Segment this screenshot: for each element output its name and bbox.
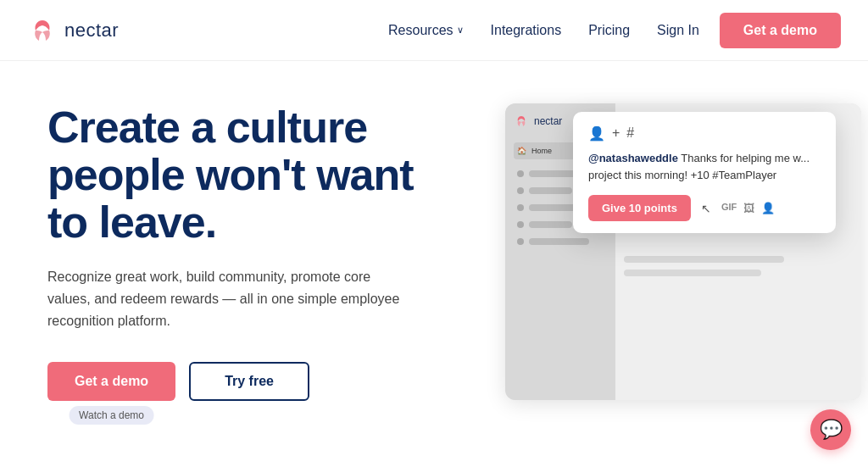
popup-icons-row: 👤 + # — [588, 125, 821, 142]
app-sidebar-nectar-icon — [514, 114, 529, 129]
cursor-icon: ↖ — [701, 202, 711, 215]
hero-buttons: Get a demo Watch a demo Try free — [47, 362, 454, 401]
give-points-button[interactable]: Give 10 points — [588, 195, 691, 221]
app-sidebar-item — [514, 234, 607, 249]
image-icon: 🖼 — [743, 202, 754, 214]
chat-icon: 💬 — [820, 419, 843, 441]
logo-text: nectar — [64, 19, 119, 42]
hero-subtext: Recognize great work, build community, p… — [47, 266, 403, 331]
nav-link-resources[interactable]: Resources ∨ — [388, 23, 463, 38]
person-icon: 👤 — [588, 125, 605, 142]
app-sidebar-logo-text: nectar — [534, 115, 562, 127]
nav-link-pricing[interactable]: Pricing — [588, 23, 630, 38]
hero-try-free-button[interactable]: Try free — [189, 362, 309, 401]
nav-link-integrations[interactable]: Integrations — [491, 23, 562, 38]
nav-get-demo-button[interactable]: Get a demo — [720, 13, 841, 48]
nectar-logo-icon — [27, 15, 58, 46]
chevron-down-icon: ∨ — [457, 25, 464, 36]
gif-icon: GIF — [721, 202, 737, 214]
main-content: Create a culture people won't want to le… — [0, 61, 868, 467]
popup-bottom-row: Give 10 points ↖ GIF 🖼 👤 — [588, 195, 821, 221]
person-add-icon: 👤 — [761, 202, 775, 214]
nav-links: Resources ∨ Integrations Pricing — [388, 23, 630, 38]
hero-right: nectar 🏠 Home — [488, 86, 841, 467]
navbar: nectar Resources ∨ Integrations Pricing … — [0, 0, 868, 61]
popup-message: @natashaweddle Thanks for helping me w..… — [588, 150, 821, 183]
plus-icon: + — [612, 125, 620, 142]
hero-left: Create a culture people won't want to le… — [47, 95, 454, 467]
nav-logo[interactable]: nectar — [27, 15, 119, 46]
hero-get-demo-button[interactable]: Get a demo — [47, 362, 175, 401]
popup-mention: @natashaweddle — [588, 152, 678, 164]
recognition-popup: 👤 + # @natashaweddle Thanks for helping … — [573, 112, 836, 233]
popup-action-icons: GIF 🖼 👤 — [721, 202, 775, 214]
hero-headline: Create a culture people won't want to le… — [47, 103, 454, 246]
hash-icon: # — [626, 125, 634, 142]
nav-signin-link[interactable]: Sign In — [657, 23, 699, 38]
support-chat-bubble[interactable]: 💬 — [810, 409, 851, 450]
watch-demo-badge: Watch a demo — [69, 406, 154, 425]
